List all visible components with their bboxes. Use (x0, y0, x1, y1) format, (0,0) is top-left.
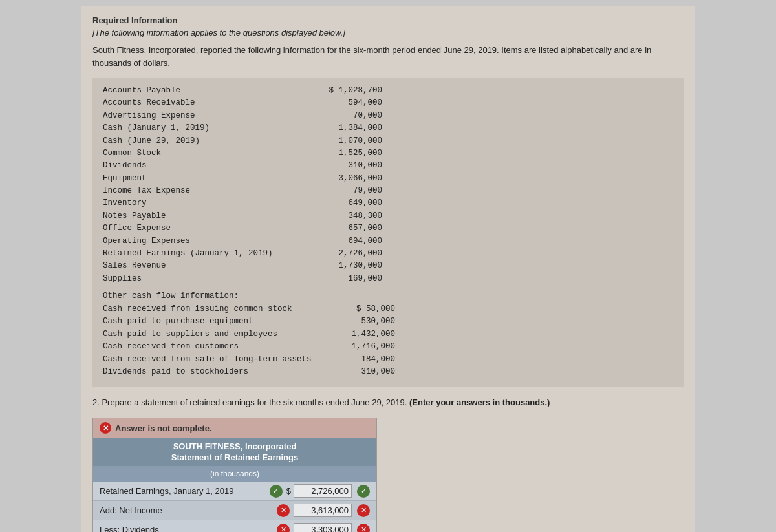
cf-label: Cash received from customers (103, 341, 323, 353)
stmt-value-input[interactable] (294, 504, 352, 517)
account-label: Accounts Receivable (103, 97, 284, 109)
account-value: 3,066,000 (284, 173, 387, 185)
account-value: $ 1,028,700 (284, 85, 387, 97)
account-value: 594,000 (284, 97, 387, 109)
account-label: Retained Earnings (January 1, 2019) (103, 248, 284, 260)
stmt-row-value[interactable]: ✕ (294, 523, 370, 532)
cf-grid: Cash received from issuing common stock$… (103, 303, 673, 378)
in-thousands: (in thousands) (93, 466, 376, 482)
question2-note: (Enter your answers in thousands.) (409, 398, 550, 407)
account-label: Advertising Expense (103, 110, 284, 122)
statement-body: Retained Earnings, January 1, 2019✓$✓Add… (93, 482, 376, 532)
stmt-row-label: Add: Net Income (100, 505, 273, 515)
account-value: 310,000 (284, 160, 387, 172)
main-container: Required Information [The following info… (81, 6, 695, 532)
required-header: Required Information (92, 16, 684, 25)
account-value: 1,525,000 (284, 147, 387, 160)
account-label: Cash (June 29, 2019) (103, 135, 284, 147)
check-icon: ✓ (270, 485, 283, 498)
answer-status-bar: ✕ Answer is not complete. (93, 418, 376, 438)
cf-header: Other cash flow information: (103, 292, 673, 301)
account-value: 657,000 (284, 222, 387, 235)
stmt-value-input[interactable] (294, 484, 352, 498)
account-label: Inventory (103, 197, 284, 209)
account-label: Common Stock (103, 147, 284, 160)
answer-x-icon: ✕ (100, 422, 111, 434)
cf-value: 310,000 (323, 366, 400, 378)
statement-row: Less: Dividends✕✕ (93, 520, 376, 532)
description-text: South Fitness, Incorporated, reported th… (92, 44, 684, 69)
stmt-row-label: Retained Earnings, January 1, 2019 (100, 486, 266, 496)
account-label: Equipment (103, 173, 284, 185)
accounts-grid: Accounts Payable$ 1,028,700Accounts Rece… (103, 85, 673, 285)
error-icon: ✕ (277, 524, 290, 532)
account-label: Sales Revenue (103, 260, 284, 272)
answer-status-label: Answer is not complete. (115, 423, 212, 433)
question2-text: 2. Prepare a statement of retained earni… (92, 398, 407, 407)
account-label: Dividends (103, 160, 284, 172)
statement-title: Statement of Retained Earnings (93, 452, 376, 466)
account-value: 2,726,000 (284, 248, 387, 260)
cf-value: 1,432,000 (323, 328, 400, 341)
account-value: 70,000 (284, 110, 387, 122)
cf-value: 1,716,000 (323, 341, 400, 353)
account-value: 1,384,000 (284, 122, 387, 134)
account-value: 649,000 (284, 197, 387, 209)
account-label: Income Tax Expense (103, 185, 284, 197)
account-label: Cash (January 1, 2019) (103, 122, 284, 134)
cf-label: Cash received from sale of long-term ass… (103, 354, 323, 366)
cf-value: 530,000 (323, 315, 400, 328)
account-value: 79,000 (284, 185, 387, 197)
account-value: 348,300 (284, 210, 387, 222)
stmt-value-input[interactable] (294, 523, 352, 532)
cf-label: Cash paid to suppliers and employees (103, 328, 323, 341)
statement-row: Retained Earnings, January 1, 2019✓$✓ (93, 482, 376, 501)
question2-section: 2. Prepare a statement of retained earni… (92, 398, 684, 407)
data-table-section: Accounts Payable$ 1,028,700Accounts Rece… (92, 78, 684, 387)
stmt-row-value[interactable]: ✕ (294, 504, 370, 517)
statement-card: ✕ Answer is not complete. SOUTH FITNESS,… (92, 418, 377, 532)
dollar-sign: $ (286, 486, 291, 496)
company-name: SOUTH FITNESS, Incorporated (93, 438, 376, 452)
account-value: 694,000 (284, 235, 387, 248)
account-value: 1,070,000 (284, 135, 387, 147)
cf-label: Cash received from issuing common stock (103, 303, 323, 315)
value-error-icon: ✕ (357, 504, 370, 517)
cf-value: 184,000 (323, 354, 400, 366)
account-label: Notes Payable (103, 210, 284, 222)
error-icon: ✕ (277, 504, 290, 517)
account-value: 1,730,000 (284, 260, 387, 272)
value-error-icon: ✕ (357, 524, 370, 532)
stmt-row-label: Less: Dividends (100, 525, 273, 532)
cf-label: Dividends paid to stockholders (103, 366, 323, 378)
stmt-row-value[interactable]: $✓ (286, 484, 370, 498)
account-label: Operating Expenses (103, 235, 284, 248)
cf-label: Cash paid to purchase equipment (103, 315, 323, 328)
value-check-icon: ✓ (357, 485, 370, 498)
account-label: Accounts Payable (103, 85, 284, 97)
intro-text: [The following information applies to th… (92, 28, 684, 37)
account-label: Supplies (103, 273, 284, 285)
cf-value: $ 58,000 (323, 303, 400, 315)
statement-row: Add: Net Income✕✕ (93, 501, 376, 520)
account-value: 169,000 (284, 273, 387, 285)
account-label: Office Expense (103, 222, 284, 235)
cash-flow-section: Other cash flow information: Cash receiv… (103, 292, 673, 378)
